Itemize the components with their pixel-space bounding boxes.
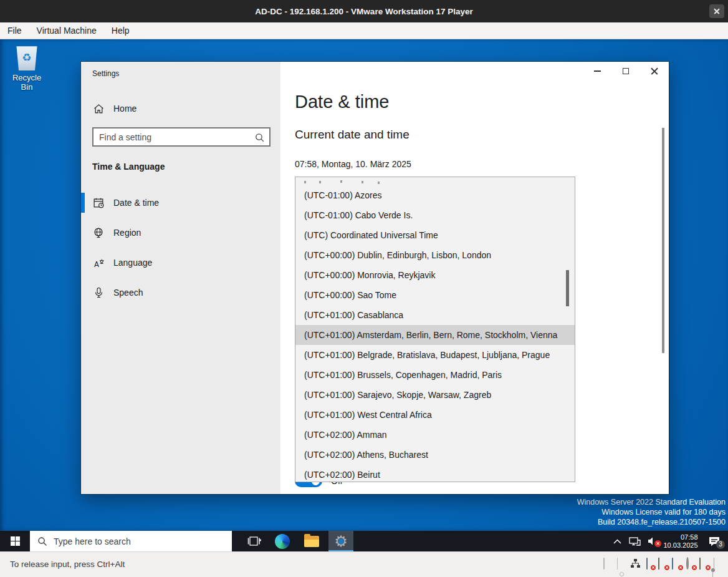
timezone-option[interactable]: (UTC+01:00) West Central Africa [295,405,575,425]
timezone-option[interactable]: (UTC+02:00) Athens, Bucharest [295,445,575,465]
tray-date: 10.03.2025 [663,541,697,550]
recycle-bin-icon: ♻ [16,44,38,70]
settings-taskbar-button[interactable]: ⚙ [328,531,353,551]
timezone-option-label: (UTC+01:00) West Central Africa [304,410,432,420]
timezone-option-label: (UTC-01:00) Cabo Verde Is. [304,210,413,220]
hard-disk-icon[interactable] [603,558,613,569]
task-view-button[interactable] [242,531,267,551]
timezone-option[interactable]: (UTC+01:00) Belgrade, Bratislava, Budape… [295,345,575,365]
settings-window-title: Settings [92,69,119,78]
cd-rom-icon[interactable] [616,558,627,569]
current-date-time-value: 07:58, Montag, 10. März 2025 [295,159,411,169]
timezone-option-label: (UTC+01:00) Sarajevo, Skopje, Warsaw, Za… [304,390,491,400]
speech-microphone-icon [92,286,105,299]
task-view-icon [247,536,261,547]
tray-clock[interactable]: 07:58 10.03.2025 [662,531,701,551]
settings-search-input[interactable] [93,128,269,145]
license-line: Windows Server 2022 Standard Evaluation [577,497,726,507]
sidebar-item-home[interactable]: Home [81,98,280,119]
sidebar-item-language[interactable]: A Language [81,250,280,275]
timezone-option-label: (UTC+01:00) Amsterdam, Berlin, Bern, Rom… [304,330,557,340]
date-time-icon [92,196,105,209]
timezone-option[interactable]: (UTC+02:00) Beirut [295,465,575,482]
notification-center-button[interactable]: 3 [701,531,728,551]
vmware-device-icons [603,558,723,569]
settings-search-box [92,127,271,147]
vmware-close-button[interactable] [709,4,724,18]
timezone-option[interactable]: (UTC-01:00) Cabo Verde Is. [295,205,575,225]
timezone-option-label: (UTC+00:00) Sao Tome [304,290,396,300]
tray-expand-chevron-icon[interactable] [608,531,626,551]
vmware-menu-item[interactable]: Virtual Machine [29,22,104,39]
vmware-menu-item[interactable]: File [0,22,29,39]
display-device-icon[interactable] [671,558,682,569]
serial-device-icon[interactable] [699,558,709,569]
timezone-option[interactable]: (UTC+00:00) Sao Tome [295,285,575,305]
windows-desktop[interactable]: ♻ Recycle Bin Windows Server 2022 Standa… [0,39,728,531]
page-scrollbar-thumb[interactable] [662,128,664,353]
screen: AD-DC - 192.168.1.200 - VMware Workstati… [0,0,728,577]
timezone-option[interactable]: (UTC+01:00) Casablanca [295,305,575,325]
license-line: Windows License valid for 180 days [577,507,726,517]
sound-card-icon[interactable] [658,558,668,569]
file-explorer-icon [304,536,319,547]
license-line: Build 20348.fe_release.210507-1500 [577,517,726,527]
sidebar-item-home-label: Home [113,104,136,114]
region-globe-icon [92,226,105,239]
timezone-option[interactable]: (UTC+01:00) Brussels, Copenhagen, Madrid… [295,365,575,385]
window-controls [583,62,669,80]
file-explorer-button[interactable] [299,531,324,551]
sidebar-item-date-time-label: Date & time [113,198,159,208]
timezone-option[interactable]: (UTC+00:00) Dublin, Edinburgh, Lisbon, L… [295,245,575,265]
taskbar-search-box [30,531,232,551]
taskbar-search-input[interactable] [54,536,209,546]
volume-muted-icon[interactable]: ✕ [643,531,662,551]
close-button[interactable] [640,62,669,80]
notification-count-badge: 3 [716,540,725,549]
sidebar-section-heading: Time & Language [92,162,165,172]
svg-text:A: A [94,259,99,268]
timezone-option-clipped[interactable] [295,177,575,185]
edge-browser-icon [275,534,290,549]
sidebar-item-speech[interactable]: Speech [81,280,280,305]
timezone-dropdown-list: (UTC-01:00) Azores (UTC-01:00) Cabo Verd… [295,177,575,482]
start-button[interactable] [0,531,30,551]
taskbar-search-icon [37,536,47,546]
timezone-option[interactable]: (UTC+01:00) Sarajevo, Skopje, Warsaw, Za… [295,385,575,405]
timezone-option-label: (UTC+01:00) Casablanca [304,310,403,320]
vmware-menubar: FileVirtual MachineHelp [0,22,728,39]
maximize-button[interactable] [611,62,640,80]
recycle-bin-shortcut[interactable]: ♻ Recycle Bin [9,44,45,92]
timezone-option[interactable]: (UTC+01:00) Amsterdam, Berlin, Bern, Rom… [295,325,575,345]
network-adapter-icon[interactable] [630,558,641,569]
timezone-options: (UTC-01:00) Azores (UTC-01:00) Cabo Verd… [295,185,575,482]
timezone-option-label: (UTC+02:00) Athens, Bucharest [304,450,428,460]
timezone-option[interactable]: (UTC) Coordinated Universal Time [295,225,575,245]
timezone-option-label: (UTC+01:00) Belgrade, Bratislava, Budape… [304,350,550,360]
system-tray: ✕ 07:58 10.03.2025 3 [608,531,728,551]
usb-device-icon[interactable] [644,558,654,569]
wireless-device-icon[interactable] [685,558,696,569]
tray-time: 07:58 [663,533,697,541]
timezone-option[interactable]: (UTC+02:00) Amman [295,425,575,445]
mute-badge-icon: ✕ [654,540,661,547]
edge-taskbar-button[interactable] [270,531,295,551]
vmware-statusbar: To release input, press Ctrl+Alt [0,551,728,577]
current-date-time-heading: Current date and time [295,128,410,142]
page-title: Date & time [295,92,390,112]
vmware-window-title: AD-DC - 192.168.1.200 - VMware Workstati… [255,7,472,16]
settings-gear-icon: ⚙ [333,533,349,550]
timezone-option[interactable]: (UTC+00:00) Monrovia, Reykjavik [295,265,575,285]
dropdown-scrollbar-thumb[interactable] [566,270,569,306]
timezone-option[interactable]: (UTC-01:00) Azores [295,185,575,205]
network-status-icon[interactable] [626,531,643,551]
search-icon[interactable] [254,132,265,143]
sidebar-item-region[interactable]: Region [81,220,280,245]
vmware-menu-item[interactable]: Help [104,22,137,39]
sidebar-item-date-time[interactable]: Date & time [81,190,280,215]
timezone-option-label: (UTC+00:00) Monrovia, Reykjavik [304,270,435,280]
vmware-status-message: To release input, press Ctrl+Alt [10,560,125,569]
message-log-icon[interactable] [712,558,723,569]
settings-window: Settings Home Time & Language [81,62,669,494]
minimize-button[interactable] [583,62,611,80]
